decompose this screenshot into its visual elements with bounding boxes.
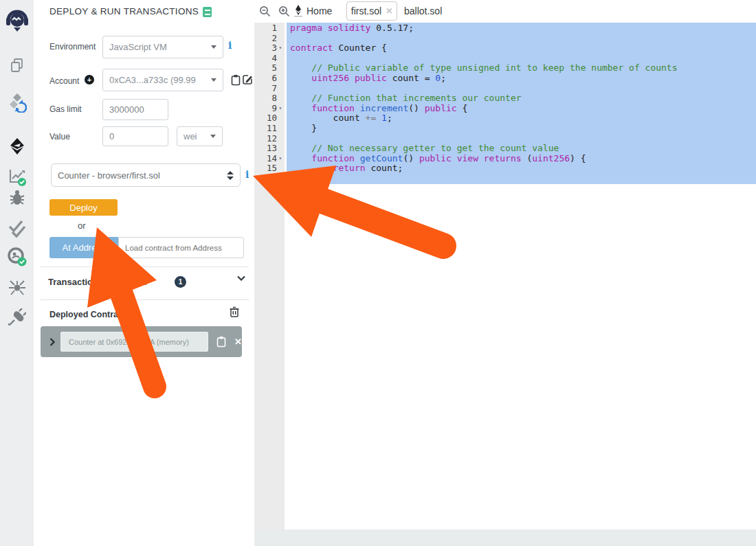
- line-number: 7: [254, 84, 285, 94]
- close-instance-icon[interactable]: ✕: [234, 337, 242, 347]
- remix-home-icon: [294, 5, 302, 17]
- tab-ballot-sol[interactable]: ballot.sol: [404, 5, 442, 16]
- caret-down-icon: [211, 45, 216, 49]
- line-number: 4: [254, 54, 285, 64]
- solidity-compiler-icon[interactable]: [0, 92, 34, 113]
- code-area[interactable]: pragma solidity 0.5.17; contract Counter…: [285, 23, 756, 530]
- edit-account-icon[interactable]: [242, 74, 253, 85]
- plugin-manager-icon[interactable]: [0, 308, 34, 326]
- deploy-run-panel: DEPLOY & RUN TRANSACTIONS Environment Ja…: [34, 0, 254, 546]
- deploy-and-run-icon[interactable]: [0, 137, 34, 155]
- line-number: 16: [254, 174, 285, 184]
- code-line: uint256 public count = 0;: [290, 73, 756, 84]
- debugger-icon[interactable]: [0, 189, 34, 207]
- environment-value: JavaScript VM: [109, 42, 207, 52]
- contract-select[interactable]: Counter - browser/first.sol: [51, 163, 241, 187]
- copy-account-icon[interactable]: [231, 74, 241, 86]
- contract-info-icon[interactable]: i: [245, 170, 249, 179]
- code-line: contract Counter {: [290, 43, 756, 54]
- code-line: [290, 34, 756, 44]
- account-value: 0xCA3...a733c (99.99: [109, 75, 207, 85]
- account-select[interactable]: 0xCA3...a733c (99.99: [102, 69, 223, 91]
- unit-testing-icon[interactable]: [0, 220, 34, 238]
- environment-label: Environment: [49, 42, 96, 52]
- or-label: or: [78, 220, 86, 231]
- line-number: 14▾: [254, 154, 285, 164]
- line-number: 13: [254, 144, 285, 154]
- code-line: count += 1;: [290, 113, 756, 124]
- add-account-icon[interactable]: +: [85, 75, 94, 84]
- code-line: [290, 54, 756, 64]
- fold-icon[interactable]: ▾: [277, 43, 284, 54]
- file-explorers-icon[interactable]: [0, 57, 34, 73]
- code-line: function getCount() public view returns …: [290, 154, 756, 164]
- contract-select-value: Counter - browser/first.sol: [58, 170, 223, 181]
- code-line: [290, 134, 756, 144]
- tab-label: first.sol: [351, 5, 381, 16]
- fold-icon[interactable]: ▾: [277, 104, 284, 114]
- value-input[interactable]: [102, 126, 168, 146]
- fold-icon[interactable]: ▾: [277, 154, 284, 164]
- environment-info-icon[interactable]: i: [228, 41, 232, 50]
- sort-icon: [227, 171, 234, 180]
- value-unit-select[interactable]: wei: [177, 126, 223, 146]
- icon-sidebar: [0, 0, 34, 546]
- editor-tabbar: Home first.sol ✕ ballot.sol: [254, 0, 756, 23]
- panel-title: DEPLOY & RUN TRANSACTIONS: [49, 6, 199, 16]
- support-icon[interactable]: [0, 246, 34, 268]
- expand-chevron-icon[interactable]: [49, 338, 55, 346]
- value-unit: wei: [184, 131, 206, 141]
- line-number: 8: [254, 93, 285, 104]
- code-line: // Not necessary getter to get the count…: [290, 144, 756, 154]
- line-number: 3▾: [254, 43, 285, 54]
- line-number: 2: [254, 34, 285, 44]
- tab-first-sol[interactable]: first.sol ✕: [346, 1, 397, 21]
- code-line: // Public variable of type unsigned int …: [290, 63, 756, 73]
- documentation-icon[interactable]: [203, 7, 212, 17]
- deployed-contract-name[interactable]: Counter at 0x692...77baA (memory): [60, 332, 208, 352]
- deployed-contract-row: Counter at 0x692...77baA (memory) ✕: [41, 326, 242, 357]
- code-editor[interactable]: 123▾456789▾1011121314▾1516 pragma solidi…: [254, 23, 756, 530]
- transactions-recorded-label: Transactions recorded:: [48, 277, 147, 287]
- code-line: pragma solidity 0.5.17;: [290, 23, 756, 34]
- zoom-out-icon[interactable]: [259, 5, 271, 17]
- editor-area: Home first.sol ✕ ballot.sol 123▾456789▾1…: [254, 0, 756, 546]
- line-number: 5: [254, 63, 285, 73]
- line-number: 11: [254, 124, 285, 134]
- value-label: Value: [49, 132, 70, 141]
- code-line: function increment() public {: [290, 104, 756, 114]
- code-line: [290, 84, 756, 94]
- gas-limit-input[interactable]: [102, 99, 168, 120]
- line-number: 10: [254, 113, 285, 124]
- trash-icon[interactable]: [230, 306, 239, 317]
- code-line: }: [290, 174, 756, 184]
- static-analysis-icon[interactable]: [0, 167, 34, 187]
- deployed-contracts-title: Deployed Contracts: [49, 310, 131, 319]
- environment-select[interactable]: JavaScript VM: [102, 36, 223, 58]
- account-label: Account: [49, 76, 79, 86]
- code-lines: pragma solidity 0.5.17; contract Counter…: [285, 23, 756, 184]
- deploy-button[interactable]: Deploy: [49, 199, 118, 216]
- line-number: 6: [254, 73, 285, 84]
- close-tab-icon[interactable]: ✕: [386, 6, 392, 16]
- bug-spider-icon[interactable]: [0, 277, 34, 297]
- zoom-in-icon[interactable]: [278, 5, 290, 17]
- divider: [41, 266, 249, 267]
- line-number: 12: [254, 134, 285, 144]
- at-address-input[interactable]: [118, 237, 244, 258]
- copy-instance-icon[interactable]: [216, 336, 226, 348]
- divider: [41, 299, 249, 300]
- code-line: // Function that increments our counter: [290, 93, 756, 104]
- remix-logo[interactable]: [0, 8, 34, 34]
- gas-limit-label: Gas limit: [49, 104, 82, 114]
- terminal-strip: [254, 530, 756, 546]
- code-line: }: [290, 124, 756, 134]
- line-number: 1: [254, 23, 285, 34]
- at-address-button[interactable]: At Address: [49, 237, 118, 258]
- line-number-gutter: 123▾456789▾1011121314▾1516: [254, 23, 285, 530]
- chevron-down-icon[interactable]: [237, 275, 245, 281]
- caret-down-icon: [211, 78, 216, 82]
- caret-down-icon: [210, 135, 216, 138]
- transactions-count-badge: 1: [175, 276, 186, 288]
- tab-home[interactable]: Home: [307, 5, 332, 16]
